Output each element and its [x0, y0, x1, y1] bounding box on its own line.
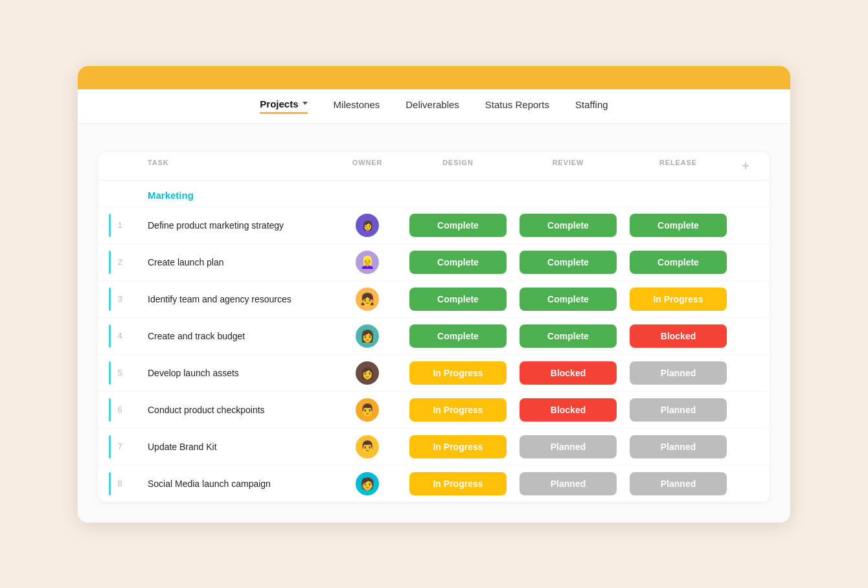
design-status-badge[interactable]: Complete [409, 324, 507, 348]
release-status-badge[interactable]: Blocked [630, 324, 727, 348]
row-number: 3 [115, 294, 125, 304]
table-row: 1Define product marketing strategy👩Compl… [98, 207, 770, 243]
row-indicator: 4 [109, 324, 148, 348]
avatar: 👧 [356, 288, 379, 311]
design-status-badge[interactable]: In Progress [409, 398, 507, 422]
task-name: Develop launch assets [148, 368, 332, 378]
review-status-badge[interactable]: Complete [520, 324, 617, 348]
review-status-badge[interactable]: Planned [520, 435, 617, 458]
row-number: 4 [115, 331, 125, 341]
add-column-button[interactable]: + [733, 159, 759, 174]
design-status-cell: In Progress [403, 434, 513, 460]
release-status-cell: Complete [623, 249, 733, 275]
release-status-badge[interactable]: Complete [630, 251, 727, 274]
table-row: 2Create launch plan👱‍♀️CompleteCompleteC… [98, 243, 770, 280]
design-status-badge[interactable]: In Progress [409, 435, 507, 458]
row-indicator: 6 [109, 398, 148, 422]
review-status-cell: Complete [513, 286, 623, 312]
col-release: RELEASE [623, 159, 733, 174]
row-indicator: 1 [109, 214, 148, 237]
design-status-cell: Complete [403, 249, 513, 275]
row-indicator: 8 [109, 472, 148, 495]
review-status-badge[interactable]: Blocked [520, 398, 617, 422]
row-number: 2 [115, 257, 125, 267]
release-status-cell: Planned [623, 434, 733, 460]
task-name: Social Media launch campaign [148, 479, 332, 489]
nav-item-deliverables[interactable]: Deliverables [405, 99, 459, 113]
release-status-badge[interactable]: In Progress [630, 288, 727, 311]
design-status-badge[interactable]: Complete [409, 288, 507, 311]
row-bar [109, 214, 111, 237]
row-number: 1 [115, 220, 125, 230]
avatar: 🧑 [356, 472, 379, 495]
release-status-badge[interactable]: Planned [630, 361, 727, 385]
row-bar [109, 324, 111, 348]
nav-item-staffing[interactable]: Staffing [575, 99, 608, 113]
table-body: Marketing1Define product marketing strat… [98, 181, 770, 502]
release-status-cell: In Progress [623, 286, 733, 312]
row-indicator: 3 [109, 288, 148, 311]
release-status-badge[interactable]: Complete [630, 214, 727, 237]
col-num [109, 159, 148, 174]
row-bar [109, 251, 111, 274]
design-status-badge[interactable]: In Progress [409, 361, 507, 385]
nav-item-milestones[interactable]: Milestones [334, 99, 380, 113]
row-number: 7 [115, 442, 125, 451]
table-row: 5Develop launch assets👩In ProgressBlocke… [98, 354, 770, 391]
owner-cell: 🧑 [332, 472, 403, 495]
owner-cell: 👩 [332, 324, 403, 348]
table-header: TASK OWNER DESIGN REVIEW RELEASE + [98, 152, 770, 181]
design-status-cell: In Progress [403, 397, 513, 423]
design-status-badge[interactable]: Complete [409, 214, 507, 237]
task-name: Conduct product checkpoints [148, 405, 332, 415]
design-status-badge[interactable]: Complete [409, 251, 507, 274]
nav-item-status-reports[interactable]: Status Reports [485, 99, 549, 113]
design-status-cell: In Progress [403, 360, 513, 386]
design-status-cell: Complete [403, 212, 513, 238]
release-status-cell: Complete [623, 212, 733, 238]
design-status-cell: In Progress [403, 471, 513, 497]
row-number: 6 [115, 405, 125, 414]
release-status-badge[interactable]: Planned [630, 398, 727, 422]
review-status-badge[interactable]: Complete [520, 214, 617, 237]
review-status-cell: Complete [513, 212, 623, 238]
release-status-cell: Planned [623, 397, 733, 423]
row-indicator: 5 [109, 361, 148, 385]
review-status-badge[interactable]: Complete [520, 288, 617, 311]
section-header: Marketing [98, 181, 770, 207]
app-content: TASK OWNER DESIGN REVIEW RELEASE + Marke… [78, 124, 790, 523]
avatar: 👨 [356, 435, 379, 458]
release-status-badge[interactable]: Planned [630, 435, 727, 458]
review-status-badge[interactable]: Complete [520, 251, 617, 274]
row-number: 8 [115, 479, 125, 488]
row-bar [109, 435, 111, 458]
review-status-cell: Blocked [513, 360, 623, 386]
table-row: 8Social Media launch campaign🧑In Progres… [98, 465, 770, 502]
project-table: TASK OWNER DESIGN REVIEW RELEASE + Marke… [98, 152, 770, 502]
design-status-badge[interactable]: In Progress [409, 472, 507, 495]
chevron-down-icon [303, 102, 308, 105]
table-row: 4Create and track budget👩CompleteComplet… [98, 317, 770, 354]
review-status-cell: Blocked [513, 397, 623, 423]
review-status-badge[interactable]: Planned [520, 472, 617, 495]
release-status-cell: Planned [623, 360, 733, 386]
review-status-cell: Planned [513, 471, 623, 497]
review-status-cell: Planned [513, 434, 623, 460]
section-label: Marketing [148, 190, 194, 201]
review-status-cell: Complete [513, 249, 623, 275]
release-status-badge[interactable]: Planned [630, 472, 727, 495]
release-status-cell: Planned [623, 471, 733, 497]
row-bar [109, 288, 111, 311]
avatar: 👩 [356, 324, 379, 348]
col-review: REVIEW [513, 159, 623, 174]
nav-item-projects[interactable]: Projects [260, 98, 307, 114]
row-number: 5 [115, 368, 125, 378]
avatar: 👩 [356, 361, 379, 385]
task-name: Create launch plan [148, 257, 332, 267]
review-status-badge[interactable]: Blocked [520, 361, 617, 385]
table-row: 3Identify team and agency resources👧Comp… [98, 280, 770, 317]
avatar: 👩 [356, 214, 379, 237]
owner-cell: 👩 [332, 361, 403, 385]
owner-cell: 👩 [332, 214, 403, 237]
col-task: TASK [148, 159, 332, 174]
